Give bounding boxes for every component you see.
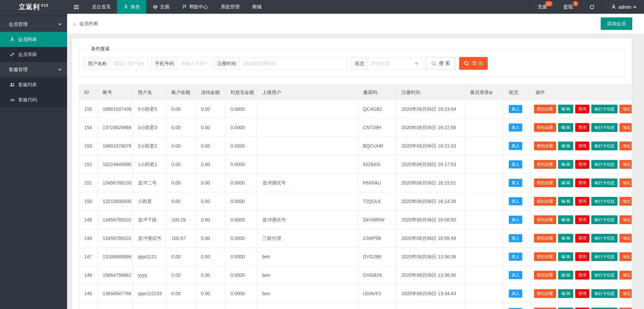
action-button-5[interactable]: 地址 [620, 123, 632, 132]
action-button-3[interactable]: 禁用 [575, 271, 589, 279]
action-button-1[interactable]: 暗扣设置 [534, 252, 556, 261]
action-button-1[interactable]: 暗扣设置 [534, 142, 556, 150]
sidebar-item-2-2[interactable]: </>客服代码 [0, 92, 67, 107]
action-button-4[interactable]: 银行卡信息 [591, 289, 618, 298]
action-button-1[interactable]: 暗扣设置 [534, 123, 556, 132]
status-badge[interactable]: 真人 [509, 160, 522, 168]
status-badge[interactable]: 真人 [509, 290, 522, 298]
action-button-5[interactable]: 地址 [620, 105, 632, 113]
sidebar-item-1-2[interactable]: 会员等级 [0, 47, 67, 62]
action-button-5[interactable]: 地址 [620, 289, 632, 298]
table-row: 144185111111243a3a106.820.000.0000YIJI13… [79, 303, 632, 309]
action-button-2[interactable]: 编 辑 [558, 215, 573, 224]
export-button[interactable]: 导 出 [459, 57, 488, 70]
nav-item-3[interactable]: 交易 [146, 0, 176, 14]
action-button-1[interactable]: 暗扣设置 [534, 308, 556, 309]
sidebar-collapse-icon[interactable] [67, 0, 86, 14]
action-button-2[interactable]: 编 辑 [558, 197, 573, 206]
nav-item-4[interactable]: 帮助中心 [176, 0, 214, 14]
search-button-label: 搜 索 [439, 60, 450, 66]
action-button-3[interactable]: 禁用 [575, 215, 589, 224]
status-badge[interactable]: 真人 [509, 105, 522, 113]
action-button-5[interactable]: 地址 [620, 197, 632, 206]
status-badge[interactable]: 真人 [509, 123, 522, 132]
status-badge[interactable]: 真人 [509, 216, 522, 224]
action-button-3[interactable]: 禁用 [575, 289, 589, 298]
action-button-2[interactable]: 编 辑 [558, 252, 573, 261]
action-button-1[interactable]: 暗扣设置 [534, 289, 556, 298]
action-button-3[interactable]: 禁用 [575, 178, 589, 187]
status-badge[interactable]: 真人 [509, 253, 522, 261]
action-button-3[interactable]: 禁用 [575, 160, 589, 169]
withdraw-button[interactable]: 提现0 [555, 0, 581, 14]
action-button-5[interactable]: 地址 [620, 234, 632, 243]
action-button-1[interactable]: 暗扣设置 [534, 197, 556, 206]
cell-reg-time: 2020年08月06日 16:05:49 [396, 229, 465, 248]
add-member-button[interactable]: 添加会员 [601, 17, 632, 30]
status-badge[interactable]: 真人 [509, 234, 522, 242]
action-button-4[interactable]: 银行卡信息 [591, 234, 618, 243]
nav-item-1[interactable]: 后台首页 [86, 0, 117, 14]
user-menu[interactable]: admin [603, 0, 644, 14]
action-button-4[interactable]: 银行卡信息 [591, 271, 618, 279]
status-badge[interactable]: 真人 [509, 142, 522, 150]
nav-item-6[interactable]: 商城 [246, 0, 268, 14]
action-button-4[interactable]: 银行卡信息 [591, 215, 618, 224]
action-button-3[interactable]: 禁用 [575, 252, 589, 261]
action-button-3[interactable]: 禁用 [575, 105, 589, 113]
action-button-4[interactable]: 银行卡信息 [591, 142, 618, 150]
action-button-1[interactable]: 暗扣设置 [534, 178, 556, 187]
status-select[interactable]: 所有状态 [368, 57, 422, 70]
action-button-4[interactable]: 银行卡信息 [591, 197, 618, 206]
action-button-4[interactable]: 银行卡信息 [591, 123, 618, 132]
action-button-3[interactable]: 禁用 [575, 197, 589, 206]
action-button-2[interactable]: 编 辑 [558, 160, 573, 169]
action-button-4[interactable]: 银行卡信息 [591, 178, 618, 187]
action-button-2[interactable]: 编 辑 [558, 142, 573, 150]
action-button-5[interactable]: 地址 [620, 160, 632, 169]
action-button-5[interactable]: 地址 [620, 178, 632, 187]
action-button-1[interactable]: 暗扣设置 [534, 215, 556, 224]
action-button-3[interactable]: 禁用 [575, 142, 589, 150]
action-button-2[interactable]: 编 辑 [558, 178, 573, 187]
action-button-2[interactable]: 编 辑 [558, 123, 573, 132]
action-button-5[interactable]: 地址 [620, 215, 632, 224]
sidebar-item-1-1[interactable]: 会员列表 [0, 32, 67, 47]
status-badge[interactable]: 真人 [509, 197, 522, 205]
action-button-4[interactable]: 银行卡信息 [591, 252, 618, 261]
action-button-1[interactable]: 暗扣设置 [534, 105, 556, 113]
action-button-4[interactable]: 银行卡信息 [591, 105, 618, 113]
action-button-2[interactable]: 编 辑 [558, 289, 573, 298]
action-button-5[interactable]: 地址 [620, 142, 632, 150]
search-field-input[interactable] [240, 57, 348, 70]
action-button-1[interactable]: 暗扣设置 [534, 271, 556, 279]
recharge-button[interactable]: 充值12 [529, 0, 555, 14]
action-button-1[interactable]: 暗扣设置 [534, 234, 556, 243]
action-button-5[interactable]: 地址 [620, 252, 632, 261]
cell-actions: 暗扣设置编 辑禁用银行卡信息地址 [531, 303, 632, 309]
action-button-5[interactable]: 地址 [620, 271, 632, 279]
action-button-2[interactable]: 编 辑 [558, 271, 573, 279]
refresh-button[interactable] [581, 0, 603, 14]
search-field-input[interactable] [110, 57, 148, 70]
action-button-5[interactable]: 地址 [620, 308, 632, 309]
action-button-2[interactable]: 编 辑 [558, 308, 573, 309]
search-field-input[interactable] [177, 57, 210, 70]
table-header-row: ID账号用户名账户余额冻结金额利息宝金额上级用户邀请码注册时间最后登录ip状态操… [79, 85, 632, 100]
sidebar-group-1[interactable]: 会员管理 [0, 17, 67, 32]
action-button-2[interactable]: 编 辑 [558, 234, 573, 243]
action-button-3[interactable]: 禁用 [575, 234, 589, 243]
nav-item-5[interactable]: 系统管理 [214, 0, 246, 14]
action-button-3[interactable]: 禁用 [575, 123, 589, 132]
action-button-1[interactable]: 暗扣设置 [534, 160, 556, 169]
search-button[interactable]: 搜 索 [426, 57, 455, 70]
status-badge[interactable]: 真人 [509, 271, 522, 279]
action-button-3[interactable]: 禁用 [575, 308, 589, 309]
nav-item-2[interactable]: 角色 [117, 0, 146, 14]
status-badge[interactable]: 真人 [509, 179, 522, 187]
sidebar-item-2-1[interactable]: 客服列表 [0, 77, 67, 92]
sidebar-group-2[interactable]: 客服管理 [0, 62, 67, 77]
action-button-2[interactable]: 编 辑 [558, 105, 573, 113]
action-button-4[interactable]: 银行卡信息 [591, 160, 618, 169]
action-button-4[interactable]: 银行卡信息 [591, 308, 618, 309]
